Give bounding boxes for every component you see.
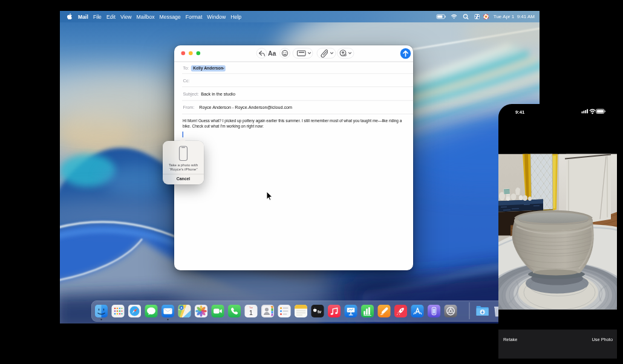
svg-text:From:: From: [183,105,195,110]
svg-text:Subject:: Subject: [183,91,199,97]
svg-text:Kelly Anderson: Kelly Anderson [193,66,223,71]
svg-text:“Royce's iPhone”: “Royce's iPhone” [169,167,198,171]
svg-text:Retake: Retake [503,337,517,342]
svg-text:Take a photo with: Take a photo with [169,163,198,167]
svg-text:9:41: 9:41 [515,109,525,115]
svg-text:Hi Mom! Guess what? I picked u: Hi Mom! Guess what? I picked up pottery … [183,119,402,123]
svg-text:Royce Anderson - Royce.Anderso: Royce Anderson - Royce.Anderson@icloud.c… [199,105,292,110]
svg-text:Back in the studio: Back in the studio [201,91,235,97]
svg-text:tv: tv [318,309,321,314]
svg-text:Cc:: Cc: [183,78,190,83]
svg-text:Cancel: Cancel [177,177,190,181]
svg-text:Aa: Aa [268,50,276,57]
svg-text:Use Photo: Use Photo [592,337,613,342]
svg-text:bike. Check out what I'm worki: bike. Check out what I'm working on righ… [183,124,264,129]
svg-text:To:: To: [183,65,189,71]
svg-text:1: 1 [249,309,253,316]
